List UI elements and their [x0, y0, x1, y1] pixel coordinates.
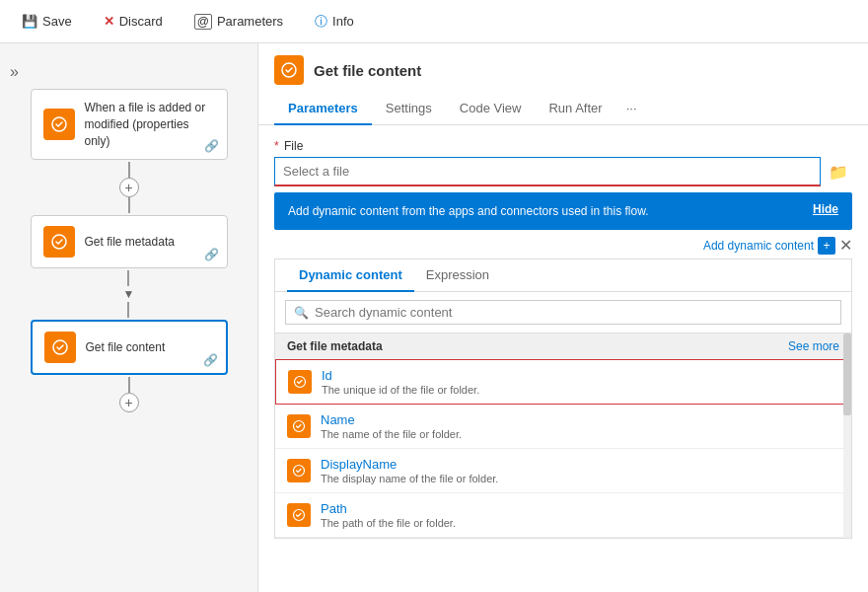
- main-area: » When a file is added or modified (prop…: [0, 43, 868, 592]
- scrollbar-track: [843, 333, 851, 538]
- search-icon: 🔍: [294, 306, 309, 320]
- add-dynamic-plus-button[interactable]: +: [818, 237, 835, 255]
- content-link-icon: 🔗: [203, 353, 218, 367]
- right-panel: Get file content Parameters Settings Cod…: [258, 43, 868, 592]
- add-step-1-button[interactable]: +: [119, 178, 139, 197]
- dynamic-tabs: Dynamic content Expression: [275, 259, 851, 292]
- section-header: Get file metadata See more: [275, 333, 851, 359]
- name-item-label: Name: [321, 412, 462, 427]
- content-list: Get file metadata See more Id The unique…: [275, 333, 851, 538]
- parameters-label: Parameters: [217, 14, 283, 29]
- metadata-link-icon: 🔗: [204, 248, 219, 261]
- info-icon: ⓘ: [315, 13, 327, 31]
- connector-1: +: [119, 162, 139, 213]
- trigger-link-icon: 🔗: [204, 139, 219, 153]
- tab-run-after[interactable]: Run After: [535, 93, 615, 125]
- flow-node-trigger[interactable]: When a file is added or modified (proper…: [31, 89, 228, 160]
- add-step-2-button[interactable]: +: [119, 393, 139, 412]
- close-icon: ✕: [839, 237, 852, 254]
- search-input[interactable]: [315, 305, 832, 320]
- action-header: Get file content: [258, 43, 868, 85]
- path-item-desc: The path of the file or folder.: [321, 517, 456, 529]
- banner-text: Add dynamic content from the apps and co…: [288, 202, 801, 220]
- id-item-name: Id: [322, 368, 479, 383]
- see-more-link[interactable]: See more: [788, 339, 839, 353]
- content-list-container: Get file metadata See more Id The unique…: [275, 333, 851, 538]
- connector-3: +: [119, 377, 139, 412]
- discard-button[interactable]: ✕ Discard: [98, 10, 169, 33]
- dynamic-item-displayname[interactable]: DisplayName The display name of the file…: [275, 449, 851, 493]
- displayname-item-desc: The display name of the file or folder.: [321, 473, 498, 484]
- collapse-flow-button[interactable]: »: [10, 63, 19, 81]
- discard-label: Discard: [119, 14, 163, 29]
- dynamic-tab-expression[interactable]: Expression: [414, 259, 501, 292]
- tab-parameters[interactable]: Parameters: [274, 93, 372, 125]
- add-dynamic-row: Add dynamic content + ✕: [274, 236, 852, 255]
- dynamic-item-path[interactable]: Path The path of the file or folder.: [275, 493, 851, 538]
- dynamic-banner: Add dynamic content from the apps and co…: [274, 192, 852, 230]
- info-label: Info: [332, 14, 354, 29]
- connector-2: ▼: [123, 270, 135, 318]
- action-title: Get file content: [314, 62, 421, 79]
- file-browse-button[interactable]: 📁: [825, 159, 852, 185]
- content-area: * File 📁 Add dynamic content from the ap…: [258, 125, 868, 592]
- dynamic-item-id[interactable]: Id The unique id of the file or folder.: [275, 359, 851, 405]
- discard-icon: ✕: [104, 14, 114, 29]
- dynamic-tab-content[interactable]: Dynamic content: [287, 259, 414, 292]
- id-item-desc: The unique id of the file or folder.: [322, 384, 479, 396]
- metadata-text: Get file metadata: [85, 234, 175, 251]
- trigger-text: When a file is added or modified (proper…: [85, 100, 215, 149]
- toolbar: 💾 Save ✕ Discard @ Parameters ⓘ Info: [0, 0, 868, 43]
- flow-node-metadata[interactable]: Get file metadata 🔗: [31, 215, 228, 268]
- save-button[interactable]: 💾 Save: [16, 10, 78, 33]
- search-box: 🔍: [285, 300, 841, 325]
- action-icon: [274, 55, 304, 85]
- dynamic-item-name[interactable]: Name The name of the file or folder.: [275, 405, 851, 449]
- file-input-row: 📁: [274, 157, 852, 186]
- flow-panel: » When a file is added or modified (prop…: [0, 43, 258, 592]
- displayname-item-label: DisplayName: [321, 457, 498, 472]
- id-item-icon: [288, 370, 312, 394]
- add-dynamic-content-link[interactable]: Add dynamic content: [703, 239, 814, 253]
- content-icon: [44, 332, 76, 363]
- info-button[interactable]: ⓘ Info: [309, 9, 360, 35]
- file-input[interactable]: [274, 157, 821, 186]
- name-item-icon: [287, 414, 311, 438]
- path-item-icon: [287, 503, 311, 527]
- folder-icon: 📁: [829, 164, 848, 181]
- content-node-text: Get file content: [86, 339, 166, 356]
- hide-button[interactable]: Hide: [813, 202, 838, 216]
- section-title: Get file metadata: [287, 339, 383, 353]
- action-tabs: Parameters Settings Code View Run After …: [258, 93, 868, 125]
- displayname-item-icon: [287, 459, 311, 482]
- flow-node-content[interactable]: Get file content 🔗: [31, 320, 228, 375]
- save-icon: 💾: [22, 14, 37, 29]
- file-field-label: * File: [274, 139, 852, 153]
- tab-settings[interactable]: Settings: [372, 93, 446, 125]
- tab-code-view[interactable]: Code View: [446, 93, 536, 125]
- dynamic-close-button[interactable]: ✕: [839, 236, 852, 255]
- dynamic-panel: Dynamic content Expression 🔍: [274, 259, 852, 539]
- tab-more-button[interactable]: ···: [616, 93, 647, 124]
- metadata-icon: [43, 226, 75, 258]
- path-item-label: Path: [321, 501, 456, 516]
- parameters-button[interactable]: @ Parameters: [188, 10, 289, 34]
- search-row: 🔍: [275, 292, 851, 333]
- trigger-icon: [43, 109, 75, 140]
- scrollbar-thumb[interactable]: [843, 333, 851, 415]
- save-label: Save: [42, 14, 72, 29]
- name-item-desc: The name of the file or folder.: [321, 428, 462, 440]
- parameters-icon: @: [194, 14, 212, 30]
